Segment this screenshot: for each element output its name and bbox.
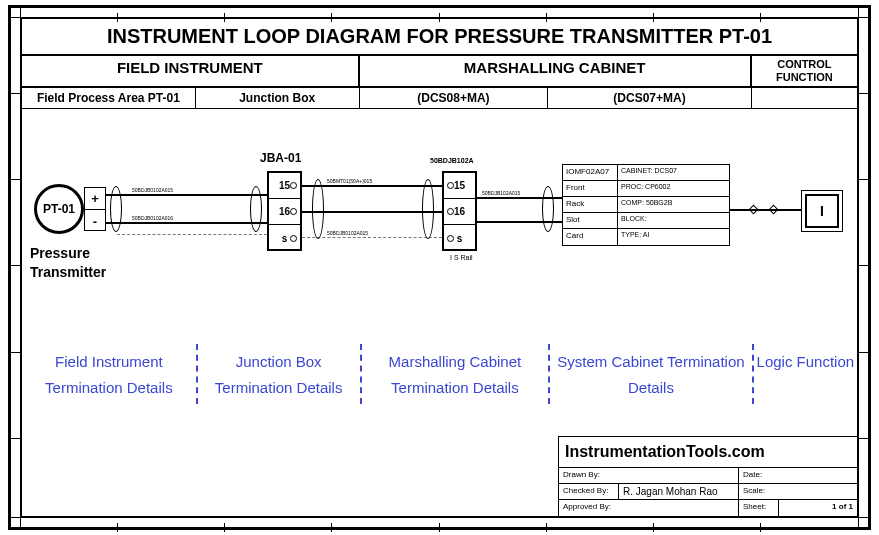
wire-label: 50BDJB102A015	[482, 190, 520, 196]
wire-shield	[117, 234, 267, 235]
cab-proc: PROC: CP6002	[618, 181, 673, 196]
header-marshalling: MARSHALLING CABINET	[360, 56, 752, 86]
ruler-left	[11, 8, 21, 527]
brand-label: InstrumentationTools.com	[559, 437, 857, 468]
marsh-terminal-16: 16	[444, 199, 475, 225]
jb-terminal-s: s	[269, 225, 300, 251]
drawn-by-label: Drawn By:	[559, 468, 739, 483]
date-label: Date:	[739, 468, 857, 483]
cable-shield-icon	[312, 179, 324, 239]
terminal-plus: +	[85, 188, 105, 210]
sub-field-area: Field Process Area PT-01	[22, 88, 196, 108]
wire	[106, 222, 267, 224]
transmitter-label: Pressure Transmitter	[30, 244, 106, 280]
cab-cabinet: CABINET: DCS07	[618, 165, 680, 180]
cab-front: Front	[563, 181, 618, 196]
annotation-row: Field Instrument Termination Details Jun…	[22, 339, 857, 419]
wire	[730, 209, 802, 211]
drawing-frame: INSTRUMENT LOOP DIAGRAM FOR PRESSURE TRA…	[8, 5, 871, 530]
cable-shield-icon	[250, 186, 262, 232]
cable-shield-icon	[422, 179, 434, 239]
marsh-terminal-15: 15	[444, 173, 475, 199]
transmitter-symbol: PT-01	[34, 184, 84, 234]
annot-logic: Logic Function	[754, 339, 857, 419]
sub-junction: Junction Box	[196, 88, 360, 108]
header-control: CONTROL FUNCTION	[752, 56, 857, 86]
wire	[302, 185, 442, 187]
sub-dcs07: (DCS07+MA)	[548, 88, 752, 108]
cab-iom: IOMF02A07	[563, 165, 618, 180]
ruler-bottom	[11, 517, 868, 527]
annot-marshalling: Marshalling Cabinet Termination Details	[362, 339, 549, 419]
header-row: FIELD INSTRUMENT MARSHALLING CABINET CON…	[22, 56, 857, 88]
wire	[106, 194, 267, 196]
wire-label: 50BDJB0102A016	[132, 215, 173, 221]
cable-shield-icon	[542, 186, 554, 232]
sheet-value: 1 of 1	[779, 500, 857, 516]
cab-slot: Slot	[563, 213, 618, 228]
marshalling-terminals: 15 16 s	[442, 171, 477, 251]
logic-function-symbol: I	[805, 194, 839, 228]
drawing-inner: INSTRUMENT LOOP DIAGRAM FOR PRESSURE TRA…	[21, 18, 858, 517]
jb-terminal-16: 16	[269, 199, 300, 225]
diagram-title: INSTRUMENT LOOP DIAGRAM FOR PRESSURE TRA…	[22, 19, 857, 56]
connection-diamond-icon	[769, 205, 779, 215]
wire-label: 50BDJB0102A015	[132, 187, 173, 193]
approved-by-label: Approved By:	[559, 500, 739, 516]
cab-type: TYPE: AI	[618, 229, 652, 245]
cable-shield-icon	[110, 186, 122, 232]
system-cabinet: IOMF02A07CABINET: DCS07 FrontPROC: CP600…	[562, 164, 730, 246]
ruler-right	[858, 8, 868, 527]
transmitter-terminals: + -	[84, 187, 106, 231]
cab-rack: Rack	[563, 197, 618, 212]
terminal-minus: -	[85, 210, 105, 232]
annot-field: Field Instrument Termination Details	[22, 339, 196, 419]
cab-card: Card	[563, 229, 618, 245]
checked-by-label: Checked By:	[559, 484, 619, 499]
sheet-label: Sheet:	[739, 500, 779, 516]
annot-cabinet: System Cabinet Termination Details	[550, 339, 752, 419]
wire-shield	[302, 237, 442, 238]
annot-junction: Junction Box Termination Details	[198, 339, 360, 419]
wire-label: 50BMT01(50A+)015	[327, 178, 372, 184]
scale-label: Scale:	[739, 484, 857, 499]
cab-comp: COMP: 50BG2B	[618, 197, 675, 212]
title-block: InstrumentationTools.com Drawn By: Date:…	[558, 436, 858, 517]
checked-by-value: R. Jagan Mohan Rao	[619, 484, 739, 499]
cab-block: BLOCK:	[618, 213, 650, 228]
wire-label: 50BDJB0102A015	[327, 230, 368, 236]
sub-empty	[752, 88, 857, 108]
marshalling-tag: 50BDJB102A	[430, 157, 474, 164]
header-field: FIELD INSTRUMENT	[22, 56, 360, 86]
junction-box: 15 16 s	[267, 171, 302, 251]
marsh-terminal-s: s	[444, 225, 475, 251]
junction-box-tag: JBA-01	[260, 151, 301, 165]
rail-label: I S Rail	[450, 254, 473, 261]
connection-diamond-icon	[749, 205, 759, 215]
subheader-row: Field Process Area PT-01 Junction Box (D…	[22, 88, 857, 109]
jb-terminal-15: 15	[269, 173, 300, 199]
ruler-top	[11, 8, 868, 18]
sub-dcs08: (DCS08+MA)	[360, 88, 549, 108]
drawing-area: PT-01 Pressure Transmitter + - 50BDJB010…	[22, 109, 857, 339]
